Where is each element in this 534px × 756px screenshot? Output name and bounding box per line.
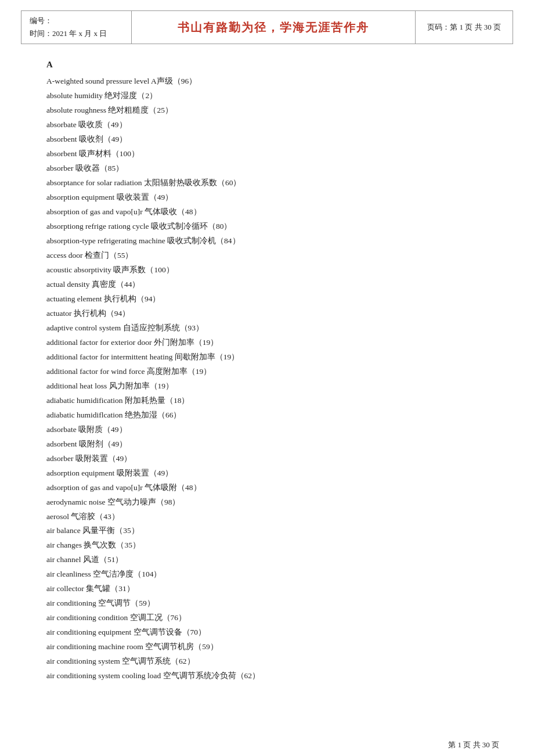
list-item: adsorbent 吸附剂（49） xyxy=(46,437,488,452)
entries-list: A-weighted sound pressure level A声级（96）a… xyxy=(46,74,488,683)
list-item: absorptiong refrige rationg cycle 吸收式制冷循… xyxy=(46,219,488,234)
id-label: 编号： xyxy=(30,15,123,27)
list-item: absorptance for solar radiation 太阳辐射热吸收系… xyxy=(46,176,488,190)
list-item: additional heat loss 风力附加率（19） xyxy=(46,379,488,394)
header-center: 书山有路勤为径，学海无涯苦作舟 xyxy=(132,11,416,44)
list-item: air conditioning machine room 空气调节机房（59） xyxy=(46,640,488,654)
list-item: air conditioning 空气调节（59） xyxy=(46,596,488,611)
list-item: air changes 换气次数（35） xyxy=(46,538,488,553)
list-item: absorption of gas and vapo[u]r 气体吸收（48） xyxy=(46,205,488,219)
page-info: 页码：第 1 页 共 30 页 xyxy=(427,22,501,33)
list-item: access door 检查门（55） xyxy=(46,249,488,263)
list-item: air channel 风道（51） xyxy=(46,553,488,567)
list-item: adsorption equipment 吸附装置（49） xyxy=(46,466,488,481)
list-item: additional factor for wind force 高度附加率（1… xyxy=(46,365,488,379)
content-area: A A-weighted sound pressure level A声级（96… xyxy=(46,57,488,683)
list-item: additional factor for intermittent heati… xyxy=(46,350,488,365)
list-item: absorption-type refrigerating machine 吸收… xyxy=(46,234,488,249)
list-item: adiabatic humidiflcation 绝热加湿（66） xyxy=(46,408,488,423)
list-item: adaptive control system 自适应控制系统（93） xyxy=(46,321,488,336)
footer-text: 第 1 页 共 30 页 xyxy=(448,740,499,749)
list-item: acoustic absorptivity 吸声系数（100） xyxy=(46,263,488,278)
list-item: actual density 真密度（44） xyxy=(46,278,488,292)
page-wrapper: 编号： 时间：2021 年 x 月 x 日 书山有路勤为径，学海无涯苦作舟 页码… xyxy=(0,10,534,756)
list-item: additional factor for exterior door 外门附加… xyxy=(46,336,488,350)
list-item: absolute humidity 绝对湿度（2） xyxy=(46,89,488,103)
footer: 第 1 页 共 30 页 xyxy=(448,740,499,750)
list-item: adsorption of gas and vapo[u]r 气体吸附（48） xyxy=(46,481,488,495)
list-item: actuating element 执行机构（94） xyxy=(46,292,488,307)
list-item: absolute roughness 绝对粗糙度（25） xyxy=(46,103,488,118)
list-item: adiabatic humidification 附加耗热量（18） xyxy=(46,394,488,408)
header-left: 编号： 时间：2021 年 x 月 x 日 xyxy=(21,11,132,44)
list-item: A-weighted sound pressure level A声级（96） xyxy=(46,74,488,89)
date-label: 时间：2021 年 x 月 x 日 xyxy=(30,27,123,40)
list-item: air cleanliness 空气洁净度（104） xyxy=(46,567,488,582)
list-item: air conditioning equipment 空气调节设备（70） xyxy=(46,625,488,640)
header-title: 书山有路勤为径，学海无涯苦作舟 xyxy=(178,20,369,35)
list-item: air conditioning condition 空调工况（76） xyxy=(46,611,488,625)
list-item: absorption equipment 吸收装置（49） xyxy=(46,190,488,205)
list-item: aerosol 气溶胶（43） xyxy=(46,510,488,524)
list-item: absorbent 吸收剂（49） xyxy=(46,132,488,147)
list-item: adsorber 吸附装置（49） xyxy=(46,452,488,466)
list-item: absorbate 吸收质（49） xyxy=(46,118,488,132)
header-right: 页码：第 1 页 共 30 页 xyxy=(416,11,513,44)
list-item: adsorbate 吸附质（49） xyxy=(46,423,488,437)
list-item: absorber 吸收器（85） xyxy=(46,161,488,176)
list-item: air conditioning system 空气调节系统（62） xyxy=(46,654,488,669)
header: 编号： 时间：2021 年 x 月 x 日 书山有路勤为径，学海无涯苦作舟 页码… xyxy=(21,10,513,44)
list-item: air balance 风量平衡（35） xyxy=(46,524,488,538)
list-item: actuator 执行机构（94） xyxy=(46,307,488,321)
section-letter-a: A xyxy=(46,57,488,72)
list-item: aerodynamic noise 空气动力噪声（98） xyxy=(46,495,488,510)
list-item: air conditioning system cooling load 空气调… xyxy=(46,669,488,683)
list-item: air collector 集气罐（31） xyxy=(46,582,488,596)
list-item: absorbent 吸声材料（100） xyxy=(46,147,488,161)
